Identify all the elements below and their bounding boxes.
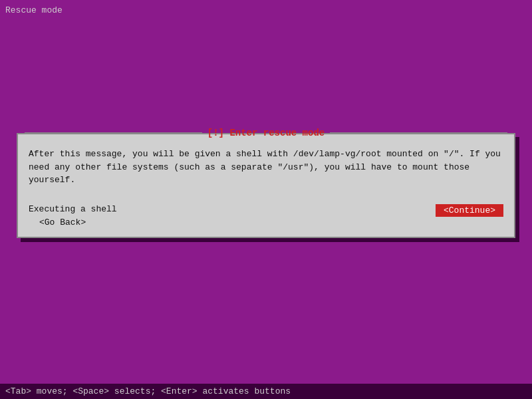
dialog-actions: Executing a shell <Go Back> <Continue> [18,204,514,237]
continue-button[interactable]: <Continue> [436,204,503,217]
dialog-box: [!] Enter rescue mode After this message… [17,133,515,238]
dialog-title-line-right [330,132,507,134]
dialog-title-line-left [25,132,202,134]
executing-section: Executing a shell <Go Back> [29,204,117,227]
executing-label: Executing a shell [29,204,117,214]
dialog-title: [!] Enter rescue mode [202,128,330,138]
window-title: Rescue mode [5,5,63,15]
dialog-title-row: [!] Enter rescue mode [18,128,514,138]
go-back-button[interactable]: <Go Back> [29,217,86,227]
dialog-content: After this message, you will be given a … [18,138,514,204]
status-bar: <Tab> moves; <Space> selects; <Enter> ac… [0,384,532,399]
dialog-wrapper: [!] Enter rescue mode After this message… [17,133,515,238]
dialog-body-text: After this message, you will be given a … [29,148,503,187]
